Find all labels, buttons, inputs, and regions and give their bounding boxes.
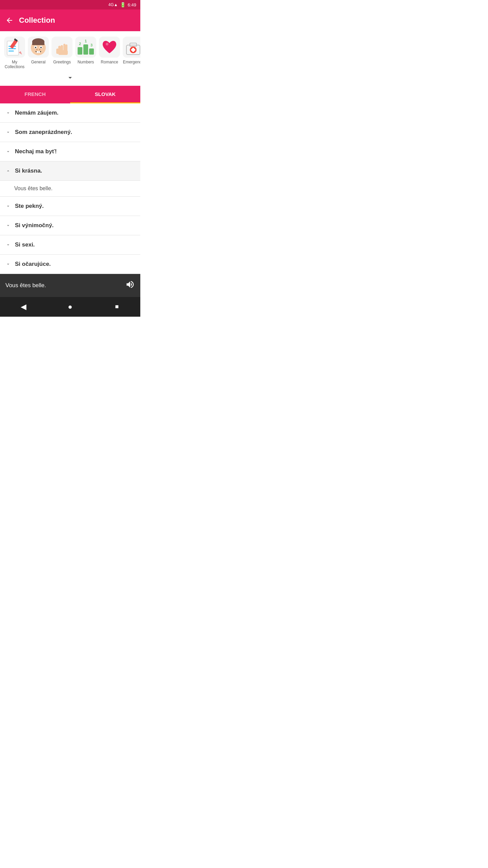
chevron-down-icon <box>5 261 11 267</box>
general-icon-wrap <box>28 37 49 58</box>
svg-rect-35 <box>131 49 135 51</box>
category-item-numbers[interactable]: 2 1 3 Numbers <box>74 37 98 64</box>
svg-text:3: 3 <box>90 43 93 47</box>
tab-slovak[interactable]: SLOVAK <box>70 86 140 103</box>
phrase-row[interactable]: Si výnimočný. <box>0 216 140 235</box>
emergency-svg <box>124 38 140 56</box>
strip-chevron[interactable] <box>0 72 140 86</box>
svg-rect-3 <box>8 51 14 52</box>
phrase-text: Som zaneprázdnený. <box>15 129 72 136</box>
emergency-icon-wrap <box>123 37 140 58</box>
romance-icon-wrap <box>99 37 120 58</box>
category-label-romance: Romance <box>101 60 118 64</box>
phrase-row[interactable]: Si krásna. <box>0 161 140 181</box>
category-item-general[interactable]: General <box>26 37 50 64</box>
audio-icon[interactable] <box>125 280 135 291</box>
phrase-text: Ste pekný. <box>15 203 44 210</box>
translation-text: Vous êtes belle. <box>14 185 53 191</box>
romance-svg <box>101 38 118 56</box>
svg-point-13 <box>40 47 42 48</box>
svg-point-14 <box>36 49 38 50</box>
my-collections-svg <box>6 38 23 56</box>
nav-recent-button[interactable] <box>110 300 124 314</box>
svg-rect-22 <box>58 50 68 55</box>
phrase-row[interactable]: Nechaj ma byť! <box>0 142 140 161</box>
svg-marker-5 <box>19 51 22 55</box>
phrase-text: Si výnimočný. <box>15 222 54 229</box>
nav-bar <box>0 297 140 317</box>
category-label-emergency: Emergency <box>123 60 140 64</box>
category-label-my-collections: My Collections <box>3 60 26 70</box>
svg-point-12 <box>35 47 36 48</box>
phrase-text: Nemám záujem. <box>15 110 59 116</box>
category-label-numbers: Numbers <box>78 60 94 64</box>
phrase-row[interactable]: Nemám záujem. <box>0 103 140 123</box>
phrase-row[interactable]: Si očarujúce. <box>0 255 140 274</box>
chevron-down-icon <box>5 203 11 209</box>
translation-row: Vous êtes belle. <box>0 181 140 197</box>
greetings-icon-wrap <box>52 37 73 58</box>
category-item-emergency[interactable]: Emergency <box>121 37 140 64</box>
category-item-greetings[interactable]: Greetings <box>50 37 74 64</box>
audio-text: Vous êtes belle. <box>5 282 46 289</box>
tab-bar: FRENCH SLOVAK <box>0 86 140 103</box>
chevron-down-icon <box>5 223 11 228</box>
greetings-svg <box>53 38 71 56</box>
chevron-down-icon <box>5 110 11 116</box>
phrase-row[interactable]: Som zaneprázdnený. <box>0 123 140 142</box>
general-svg <box>29 38 47 56</box>
category-label-greetings: Greetings <box>53 60 71 64</box>
chevron-down-icon <box>5 242 11 248</box>
audio-bar: Vous êtes belle. <box>0 274 140 297</box>
phrase-text: Si krásna. <box>15 167 42 174</box>
chevron-down-icon <box>5 149 11 154</box>
category-item-romance[interactable]: Romance <box>98 37 121 64</box>
category-label-general: General <box>31 60 46 64</box>
phrase-row[interactable]: Si sexi. <box>0 235 140 255</box>
phrase-row[interactable]: Ste pekný. <box>0 197 140 216</box>
category-item-my-collections[interactable]: My Collections <box>3 37 26 70</box>
phrase-text: Si sexi. <box>15 241 35 248</box>
my-collections-icon-wrap <box>4 37 25 58</box>
chevron-down-icon <box>66 74 74 82</box>
numbers-svg: 2 1 3 <box>77 38 95 56</box>
phrase-text: Nechaj ma byť! <box>15 148 57 155</box>
svg-rect-9 <box>32 41 44 45</box>
back-button[interactable] <box>5 16 14 24</box>
svg-point-15 <box>39 49 40 50</box>
nav-home-button[interactable] <box>63 300 77 314</box>
nav-back-button[interactable] <box>17 300 30 314</box>
svg-point-30 <box>106 43 108 45</box>
svg-text:1: 1 <box>85 39 87 43</box>
svg-rect-28 <box>89 48 94 55</box>
numbers-icon-wrap: 2 1 3 <box>75 37 96 58</box>
battery-icon: 🔋 <box>120 2 126 7</box>
signal-icon: 4G▲ <box>108 2 118 7</box>
phrase-text: Si očarujúce. <box>15 261 51 268</box>
clock: 6:49 <box>128 2 136 7</box>
svg-rect-24 <box>78 47 82 55</box>
chevron-up-icon <box>5 168 11 174</box>
header: Collection <box>0 9 140 31</box>
svg-rect-23 <box>56 48 59 54</box>
chevron-down-icon <box>5 130 11 135</box>
page-title: Collection <box>19 16 55 25</box>
tab-french[interactable]: FRENCH <box>0 86 70 103</box>
svg-text:2: 2 <box>79 42 81 46</box>
status-bar: 4G▲ 🔋 6:49 <box>0 0 140 9</box>
phrase-list: Nemám záujem.Som zaneprázdnený.Nechaj ma… <box>0 103 140 274</box>
category-strip: My Collections <box>0 31 140 72</box>
svg-rect-26 <box>83 44 88 55</box>
